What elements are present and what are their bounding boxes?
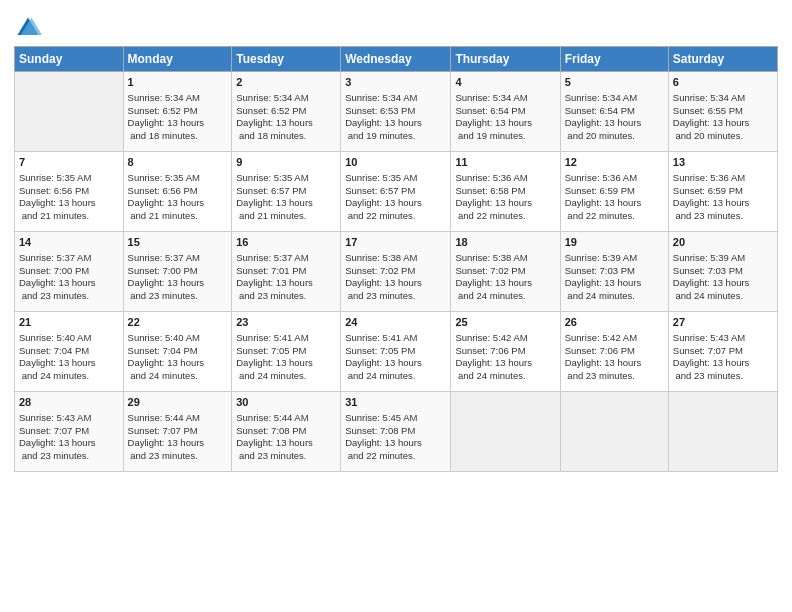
daylight-text: Daylight: 13 hours and 24 minutes.: [236, 357, 336, 383]
daylight-text: Daylight: 13 hours and 24 minutes.: [673, 277, 773, 303]
sunset-text: Sunset: 7:04 PM: [19, 345, 119, 358]
logo: [14, 14, 46, 42]
page-container: SundayMondayTuesdayWednesdayThursdayFrid…: [0, 0, 792, 482]
sunrise-text: Sunrise: 5:37 AM: [236, 252, 336, 265]
daylight-text: Daylight: 13 hours and 21 minutes.: [236, 197, 336, 223]
daylight-text: Daylight: 13 hours and 23 minutes.: [128, 277, 228, 303]
daylight-text: Daylight: 13 hours and 23 minutes.: [673, 357, 773, 383]
sunrise-text: Sunrise: 5:34 AM: [236, 92, 336, 105]
day-number: 31: [345, 395, 446, 410]
sunset-text: Sunset: 7:06 PM: [455, 345, 555, 358]
sunset-text: Sunset: 7:08 PM: [236, 425, 336, 438]
calendar-cell: 8Sunrise: 5:35 AMSunset: 6:56 PMDaylight…: [123, 152, 232, 232]
day-number: 21: [19, 315, 119, 330]
calendar-header-row: SundayMondayTuesdayWednesdayThursdayFrid…: [15, 47, 778, 72]
sunrise-text: Sunrise: 5:34 AM: [673, 92, 773, 105]
sunrise-text: Sunrise: 5:38 AM: [455, 252, 555, 265]
calendar-table: SundayMondayTuesdayWednesdayThursdayFrid…: [14, 46, 778, 472]
calendar-cell: 6Sunrise: 5:34 AMSunset: 6:55 PMDaylight…: [668, 72, 777, 152]
day-number: 3: [345, 75, 446, 90]
header-cell-monday: Monday: [123, 47, 232, 72]
sunrise-text: Sunrise: 5:39 AM: [673, 252, 773, 265]
sunset-text: Sunset: 7:03 PM: [673, 265, 773, 278]
day-number: 20: [673, 235, 773, 250]
sunrise-text: Sunrise: 5:36 AM: [673, 172, 773, 185]
day-number: 26: [565, 315, 664, 330]
week-row-3: 14Sunrise: 5:37 AMSunset: 7:00 PMDayligh…: [15, 232, 778, 312]
day-number: 14: [19, 235, 119, 250]
calendar-cell: 2Sunrise: 5:34 AMSunset: 6:52 PMDaylight…: [232, 72, 341, 152]
day-number: 25: [455, 315, 555, 330]
calendar-cell: 23Sunrise: 5:41 AMSunset: 7:05 PMDayligh…: [232, 312, 341, 392]
day-number: 15: [128, 235, 228, 250]
calendar-cell: 12Sunrise: 5:36 AMSunset: 6:59 PMDayligh…: [560, 152, 668, 232]
header-cell-wednesday: Wednesday: [341, 47, 451, 72]
calendar-cell: 24Sunrise: 5:41 AMSunset: 7:05 PMDayligh…: [341, 312, 451, 392]
sunset-text: Sunset: 6:52 PM: [236, 105, 336, 118]
day-number: 30: [236, 395, 336, 410]
sunset-text: Sunset: 6:56 PM: [128, 185, 228, 198]
calendar-cell: 22Sunrise: 5:40 AMSunset: 7:04 PMDayligh…: [123, 312, 232, 392]
daylight-text: Daylight: 13 hours and 18 minutes.: [236, 117, 336, 143]
week-row-1: 1Sunrise: 5:34 AMSunset: 6:52 PMDaylight…: [15, 72, 778, 152]
day-number: 5: [565, 75, 664, 90]
daylight-text: Daylight: 13 hours and 18 minutes.: [128, 117, 228, 143]
day-number: 9: [236, 155, 336, 170]
daylight-text: Daylight: 13 hours and 24 minutes.: [455, 357, 555, 383]
sunrise-text: Sunrise: 5:34 AM: [345, 92, 446, 105]
sunrise-text: Sunrise: 5:43 AM: [19, 412, 119, 425]
sunset-text: Sunset: 6:56 PM: [19, 185, 119, 198]
day-number: 4: [455, 75, 555, 90]
day-number: 1: [128, 75, 228, 90]
sunset-text: Sunset: 7:06 PM: [565, 345, 664, 358]
header-cell-thursday: Thursday: [451, 47, 560, 72]
sunset-text: Sunset: 7:02 PM: [345, 265, 446, 278]
sunset-text: Sunset: 7:05 PM: [236, 345, 336, 358]
week-row-4: 21Sunrise: 5:40 AMSunset: 7:04 PMDayligh…: [15, 312, 778, 392]
calendar-cell: 19Sunrise: 5:39 AMSunset: 7:03 PMDayligh…: [560, 232, 668, 312]
sunrise-text: Sunrise: 5:36 AM: [565, 172, 664, 185]
sunset-text: Sunset: 7:07 PM: [673, 345, 773, 358]
day-number: 27: [673, 315, 773, 330]
day-number: 19: [565, 235, 664, 250]
daylight-text: Daylight: 13 hours and 22 minutes.: [565, 197, 664, 223]
calendar-cell: 29Sunrise: 5:44 AMSunset: 7:07 PMDayligh…: [123, 392, 232, 472]
calendar-cell: 20Sunrise: 5:39 AMSunset: 7:03 PMDayligh…: [668, 232, 777, 312]
day-number: 17: [345, 235, 446, 250]
calendar-cell: 13Sunrise: 5:36 AMSunset: 6:59 PMDayligh…: [668, 152, 777, 232]
sunrise-text: Sunrise: 5:34 AM: [128, 92, 228, 105]
calendar-cell: 30Sunrise: 5:44 AMSunset: 7:08 PMDayligh…: [232, 392, 341, 472]
calendar-cell: 9Sunrise: 5:35 AMSunset: 6:57 PMDaylight…: [232, 152, 341, 232]
logo-icon: [14, 14, 42, 42]
day-number: 16: [236, 235, 336, 250]
sunset-text: Sunset: 7:03 PM: [565, 265, 664, 278]
sunrise-text: Sunrise: 5:38 AM: [345, 252, 446, 265]
sunrise-text: Sunrise: 5:35 AM: [345, 172, 446, 185]
calendar-cell: 10Sunrise: 5:35 AMSunset: 6:57 PMDayligh…: [341, 152, 451, 232]
day-number: 23: [236, 315, 336, 330]
calendar-cell: 7Sunrise: 5:35 AMSunset: 6:56 PMDaylight…: [15, 152, 124, 232]
sunrise-text: Sunrise: 5:39 AM: [565, 252, 664, 265]
sunset-text: Sunset: 6:58 PM: [455, 185, 555, 198]
daylight-text: Daylight: 13 hours and 20 minutes.: [673, 117, 773, 143]
sunrise-text: Sunrise: 5:41 AM: [345, 332, 446, 345]
calendar-cell: 4Sunrise: 5:34 AMSunset: 6:54 PMDaylight…: [451, 72, 560, 152]
sunrise-text: Sunrise: 5:34 AM: [455, 92, 555, 105]
sunset-text: Sunset: 7:00 PM: [19, 265, 119, 278]
daylight-text: Daylight: 13 hours and 23 minutes.: [673, 197, 773, 223]
sunset-text: Sunset: 6:59 PM: [673, 185, 773, 198]
daylight-text: Daylight: 13 hours and 19 minutes.: [345, 117, 446, 143]
day-number: 12: [565, 155, 664, 170]
sunrise-text: Sunrise: 5:45 AM: [345, 412, 446, 425]
calendar-cell: 28Sunrise: 5:43 AMSunset: 7:07 PMDayligh…: [15, 392, 124, 472]
daylight-text: Daylight: 13 hours and 24 minutes.: [19, 357, 119, 383]
sunset-text: Sunset: 7:02 PM: [455, 265, 555, 278]
daylight-text: Daylight: 13 hours and 22 minutes.: [345, 437, 446, 463]
day-number: 29: [128, 395, 228, 410]
sunset-text: Sunset: 6:53 PM: [345, 105, 446, 118]
daylight-text: Daylight: 13 hours and 23 minutes.: [565, 357, 664, 383]
header-cell-tuesday: Tuesday: [232, 47, 341, 72]
sunset-text: Sunset: 7:00 PM: [128, 265, 228, 278]
sunset-text: Sunset: 6:54 PM: [455, 105, 555, 118]
sunset-text: Sunset: 6:55 PM: [673, 105, 773, 118]
